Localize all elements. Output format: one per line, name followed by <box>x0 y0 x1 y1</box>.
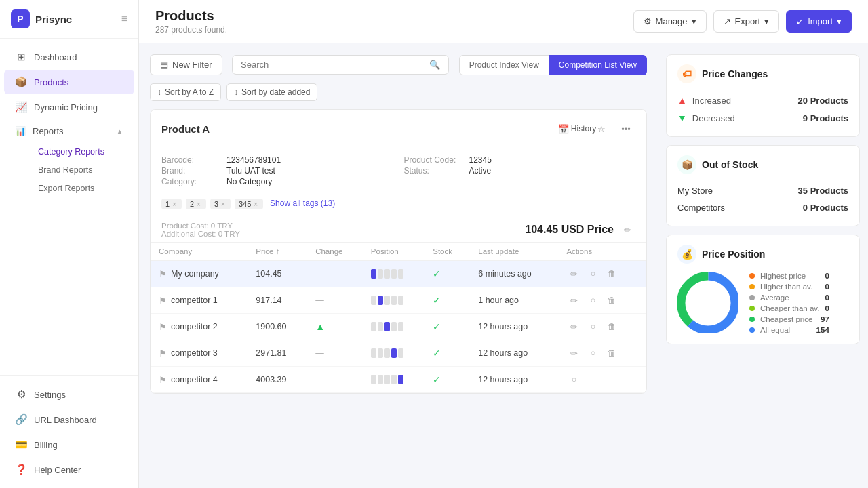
sidebar-item-url-dashboard[interactable]: 🔗 URL Dashboard <box>4 407 134 432</box>
help-icon: ❓ <box>15 464 27 476</box>
dashboard-icon: ⊞ <box>15 51 27 63</box>
row-actions: ○ <box>566 372 638 387</box>
col-stock: Stock <box>425 243 470 261</box>
edit-action-button[interactable]: ✏ <box>566 346 581 361</box>
circle-action-button[interactable]: ○ <box>585 319 600 334</box>
legend-value: 97 <box>821 315 829 323</box>
product-card-actions: 📅 History ☆ ••• <box>568 119 635 138</box>
sidebar-item-billing[interactable]: 💳 Billing <box>4 432 134 457</box>
position-segment <box>384 322 390 331</box>
tag-close-icon[interactable]: × <box>221 201 225 208</box>
position-segment <box>378 348 383 358</box>
tag-close-icon[interactable]: × <box>254 201 258 208</box>
view-toggle: Product Index View Competition List View <box>459 55 647 75</box>
flag-icon: ⚑ <box>159 375 167 385</box>
cell-last-update: 12 hours ago <box>470 314 558 340</box>
col-actions: Actions <box>558 243 646 261</box>
page-header: Products 287 products found. ⚙ Manage ▾ … <box>139 0 868 43</box>
sidebar-sub-item-brand-reports[interactable]: Brand Reports <box>30 161 134 179</box>
category-row: Category: No Category <box>161 177 393 186</box>
circle-action-button[interactable]: ○ <box>585 346 600 361</box>
new-filter-button[interactable]: ▤ New Filter <box>150 54 222 75</box>
manage-button[interactable]: ⚙ Manage ▾ <box>633 10 707 33</box>
product-pricing: Product Cost: 0 TRY Additional Cost: 0 T… <box>151 215 646 242</box>
sidebar-item-help[interactable]: ❓ Help Center <box>4 458 134 482</box>
brand-label: Brand: <box>161 166 222 176</box>
legend-value: 0 <box>825 272 829 280</box>
col-company: Company <box>151 243 248 261</box>
legend-item: Average 0 <box>749 293 829 302</box>
header-title-group: Products 287 products found. <box>155 8 227 35</box>
competition-list-view-button[interactable]: Competition List View <box>549 55 647 75</box>
stock-check-icon: ✓ <box>433 348 441 359</box>
legend-label: Highest price <box>760 272 819 280</box>
import-button[interactable]: ↙ Import ▾ <box>786 10 852 33</box>
cell-position <box>363 261 425 287</box>
sort-az-button[interactable]: ↕ Sort by A to Z <box>150 83 221 101</box>
cell-price: 4003.39 <box>248 367 307 393</box>
export-button[interactable]: ↗ Export ▾ <box>713 10 780 33</box>
history-button[interactable]: 📅 History <box>568 119 587 138</box>
competitors-row: Competitors 0 Products <box>677 199 848 216</box>
sidebar-sub-item-category-reports[interactable]: Category Reports <box>30 143 134 161</box>
sort-az-icon: ↕ <box>157 87 161 97</box>
search-icon: 🔍 <box>429 60 440 70</box>
sidebar-item-label: Products <box>34 77 68 87</box>
calendar-icon: 📅 <box>558 124 569 134</box>
cell-position <box>363 367 425 393</box>
flag-icon: ⚑ <box>159 296 167 306</box>
cell-company: ⚑competitor 1 <box>151 287 248 314</box>
barcode-value: 123456789101 <box>226 155 281 165</box>
legend-dot <box>749 284 755 289</box>
tag-close-icon[interactable]: × <box>172 201 176 208</box>
cell-stock: ✓ <box>425 287 470 314</box>
circle-action-button[interactable]: ○ <box>585 266 600 281</box>
flag-icon: ⚑ <box>159 269 167 279</box>
position-segment <box>378 269 383 279</box>
sort-date-button[interactable]: ↕ Sort by date added <box>226 83 317 101</box>
sidebar-item-label: Billing <box>34 440 58 450</box>
arrow-up-icon: ▲ <box>677 95 687 106</box>
more-button[interactable]: ••• <box>616 119 635 138</box>
circle-action-button[interactable]: ○ <box>585 293 600 308</box>
out-of-stock-card: 📦 Out of Stock My Store 35 Products Comp… <box>666 145 860 226</box>
price-position-icon: 💰 <box>677 245 696 264</box>
cell-company: ⚑My company <box>151 261 248 287</box>
sidebar-item-reports[interactable]: 📊 Reports ▲ <box>4 120 134 142</box>
edit-price-icon[interactable]: ✏ <box>619 222 635 238</box>
sidebar-sub-item-export-reports[interactable]: Export Reports <box>30 180 134 197</box>
tag-close-icon[interactable]: × <box>197 201 201 208</box>
delete-action-button[interactable]: 🗑 <box>604 266 619 281</box>
edit-action-button[interactable]: ✏ <box>566 319 581 334</box>
sidebar-item-label: Help Center <box>34 465 81 475</box>
position-bar <box>371 322 416 331</box>
chevron-down-icon: ▾ <box>692 16 696 26</box>
sidebar-item-dynamic-pricing[interactable]: 📈 Dynamic Pricing <box>4 95 134 119</box>
sidebar-collapse-button[interactable]: ≡ <box>121 13 127 25</box>
product-index-view-button[interactable]: Product Index View <box>459 55 549 75</box>
sidebar-item-dashboard[interactable]: ⊞ Dashboard <box>4 45 134 69</box>
delete-action-button[interactable]: 🗑 <box>604 293 619 308</box>
product-tags: 1 × 2 × 3 × 345 × Show all tags (13) <box>151 193 646 215</box>
edit-action-button[interactable]: ✏ <box>566 293 581 308</box>
edit-action-button[interactable]: ✏ <box>566 266 581 281</box>
delete-action-button[interactable]: 🗑 <box>604 346 619 361</box>
show-all-tags[interactable]: Show all tags (13) <box>270 199 335 209</box>
search-input[interactable] <box>241 60 424 70</box>
cell-company: ⚑competitor 4 <box>151 367 248 393</box>
delete-action-button[interactable]: 🗑 <box>604 319 619 334</box>
toolbar: ▤ New Filter 🔍 Product Index View Compet… <box>150 54 647 75</box>
cell-change: ▲ <box>307 314 363 340</box>
product-cost: Product Cost: 0 TRY <box>161 222 240 230</box>
sidebar-item-products[interactable]: 📦 Products <box>4 70 134 94</box>
star-button[interactable]: ☆ <box>592 119 611 138</box>
reports-chevron-icon: ▲ <box>116 127 123 136</box>
content-area: ▤ New Filter 🔍 Product Index View Compet… <box>139 43 868 488</box>
position-segment <box>391 322 397 331</box>
circle-action-button[interactable]: ○ <box>566 372 581 387</box>
cell-stock: ✓ <box>425 261 470 287</box>
sidebar-item-settings[interactable]: ⚙ Settings <box>4 382 134 407</box>
cell-position <box>363 287 425 314</box>
legend-item: Cheapest price 97 <box>749 315 829 323</box>
brand-row: Brand: Tulu UAT test <box>161 166 393 176</box>
